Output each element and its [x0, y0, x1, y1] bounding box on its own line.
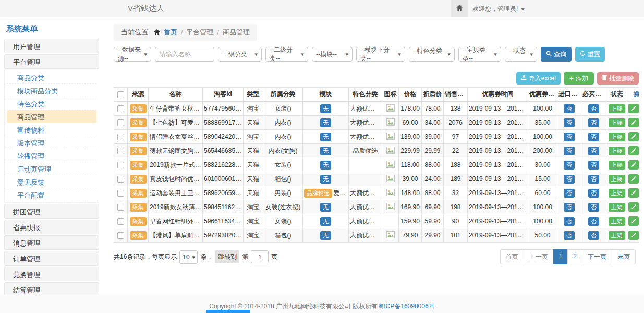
reset-button[interactable]: 重置 [575, 47, 605, 62]
cell-module: 无 [303, 172, 349, 186]
cell-category: 内衣(文胸) [263, 144, 303, 158]
name-search-input[interactable] [155, 47, 214, 62]
submenu-item-version-management[interactable]: 版本管理 [7, 136, 96, 149]
submenu-item-splash-management[interactable]: 启动页管理 [7, 162, 96, 175]
status-select[interactable]: --状态--▾ [505, 47, 537, 62]
product-image-icon [386, 106, 395, 113]
level1-category-select[interactable]: 一级分类▾ [218, 47, 262, 62]
row-checkbox[interactable] [117, 119, 124, 126]
edit-button[interactable] [628, 132, 639, 141]
import-select-badge: 否 [564, 217, 575, 226]
row-checkbox[interactable] [117, 204, 124, 211]
user-menu[interactable]: 欢迎您，管理员! ▾ [472, 5, 524, 14]
special-category-select[interactable]: --特色分类--▾ [409, 47, 455, 62]
row-checkbox[interactable] [117, 162, 124, 168]
sidebar-item-group-buy[interactable]: 拼团管理 [4, 204, 99, 219]
edit-button[interactable] [628, 118, 639, 127]
level2-category-select[interactable]: --二级分类--▾ [265, 47, 308, 62]
must-buy-badge: 否 [588, 203, 599, 212]
sidebar-item-message-management[interactable]: 消息管理 [4, 235, 99, 250]
cell-price: 148.00 [399, 186, 422, 200]
chevron-down-icon: ▾ [448, 52, 451, 57]
cell-must-buy: 否 [581, 158, 606, 172]
cell-actions [627, 228, 639, 243]
row-checkbox[interactable] [117, 190, 124, 197]
row-checkbox[interactable] [117, 218, 124, 225]
data-source-select[interactable]: --数据来源--▾ [114, 47, 151, 62]
submenu-item-goods-management[interactable]: 商品管理 [7, 110, 96, 123]
edit-button[interactable] [628, 188, 639, 198]
cell-import-select: 否 [557, 228, 581, 243]
status-badge: 上架 [609, 189, 625, 198]
edit-button[interactable] [628, 216, 639, 226]
row-checkbox[interactable] [117, 148, 124, 154]
search-button[interactable]: 查询 [541, 47, 572, 62]
select-all-checkbox[interactable] [117, 91, 124, 98]
edit-button[interactable] [628, 231, 639, 240]
cell-taoke-id: 589042420344 [203, 130, 244, 144]
col-icon: 图标 [382, 88, 399, 102]
pager-page-1[interactable]: 1 [553, 249, 568, 264]
row-checkbox[interactable] [117, 176, 124, 183]
breadcrumb-goods: 商品管理 [223, 28, 250, 37]
page-number-input[interactable] [251, 250, 269, 263]
row-checkbox[interactable] [117, 232, 124, 239]
row-checkbox[interactable] [117, 105, 124, 112]
sidebar-item-platform[interactable]: 平台管理 [4, 54, 99, 69]
cell-checkbox [114, 130, 128, 144]
sidebar-item-users[interactable]: 用户管理 [4, 39, 99, 53]
submenu-item-carousel-management[interactable]: 轮播管理 [7, 149, 96, 162]
item-type-select[interactable]: --宝贝类型--▾ [458, 47, 501, 62]
batch-delete-button[interactable]: 批量删除 [597, 72, 639, 85]
add-button[interactable]: + 添加 [564, 72, 594, 85]
submenu-item-promo-materials[interactable]: 宣传物料 [7, 123, 96, 136]
submenu-item-goods-category[interactable]: 商品分类 [7, 71, 96, 84]
plus-icon: + [569, 75, 574, 82]
module-badge: 无 [320, 231, 331, 240]
edit-button[interactable] [628, 160, 639, 170]
submenu-item-platform-config[interactable]: 平台配置 [7, 188, 96, 201]
sidebar-item-savings-news[interactable]: 省惠快报 [4, 220, 99, 234]
sidebar-item-order-management[interactable]: 订单管理 [4, 251, 99, 266]
cell-taoke-id: 589620659791 [203, 186, 244, 200]
breadcrumb-home-link[interactable]: 首页 [164, 28, 177, 37]
cell-module: 无 [303, 144, 349, 158]
pager-page-2[interactable]: 2 [567, 249, 582, 264]
cell-icon [382, 101, 399, 116]
module-sub-select[interactable]: --模块下分类--▾ [356, 47, 405, 62]
top-navbar: V省钱达人 欢迎您，管理员! ▾ [0, 0, 644, 17]
edit-button[interactable] [628, 104, 639, 113]
import-excel-button[interactable]: 导入excel [516, 72, 561, 85]
pager-next[interactable]: 下一页 [582, 249, 612, 264]
edit-button[interactable] [628, 202, 639, 212]
icp-link[interactable]: 粤ICP备16098006号 [378, 303, 434, 310]
cell-coupon-time: 2019-09-13—2019-09-15 [468, 186, 528, 200]
cell-must-buy: 否 [581, 172, 606, 186]
edit-button[interactable] [628, 146, 639, 155]
cell-name: 运动套装男士卫衣初秋... [149, 186, 203, 200]
upload-icon [521, 75, 527, 82]
submenu-item-special-category[interactable]: 特色分类 [7, 97, 96, 110]
pager-first[interactable]: 首页 [500, 249, 524, 264]
submenu-item-module-goods-category[interactable]: 模块商品分类 [7, 84, 96, 97]
records-total-text: 共16条记录，每页显示 [114, 252, 177, 261]
jump-button[interactable]: 跳转到 [215, 250, 239, 263]
table-toolbar: 导入excel + 添加 批量删除 [114, 72, 639, 85]
edit-button[interactable] [628, 174, 639, 184]
must-buy-badge: 否 [588, 231, 599, 240]
sidebar-item-exchange-management[interactable]: 兑换管理 [4, 267, 99, 281]
per-page-select[interactable]: 10 ▾ [179, 250, 198, 264]
cell-checkbox [114, 200, 128, 214]
pager-last[interactable]: 末页 [612, 249, 636, 264]
cell-source: 采集 [128, 144, 149, 158]
edit-pencil-icon [631, 189, 636, 197]
sidebar-item-settlement-management[interactable]: 结算管理 [4, 282, 99, 295]
row-checkbox[interactable] [117, 134, 124, 140]
submenu-item-feedback[interactable]: 意见反馈 [7, 175, 96, 188]
module-select[interactable]: --模块--▾ [312, 47, 353, 62]
cell-checkbox [114, 116, 128, 130]
home-button[interactable] [451, 0, 468, 17]
sidebar: 系统菜单 用户管理 平台管理 商品分类 模块商品分类 特色分类 商品管理 宣传物… [4, 17, 99, 295]
table-row: 采集 2019新款女秋薄款... 598451162391 淘宝 女装(连衣裙)… [114, 200, 639, 214]
pager-prev[interactable]: 上一页 [524, 249, 554, 264]
